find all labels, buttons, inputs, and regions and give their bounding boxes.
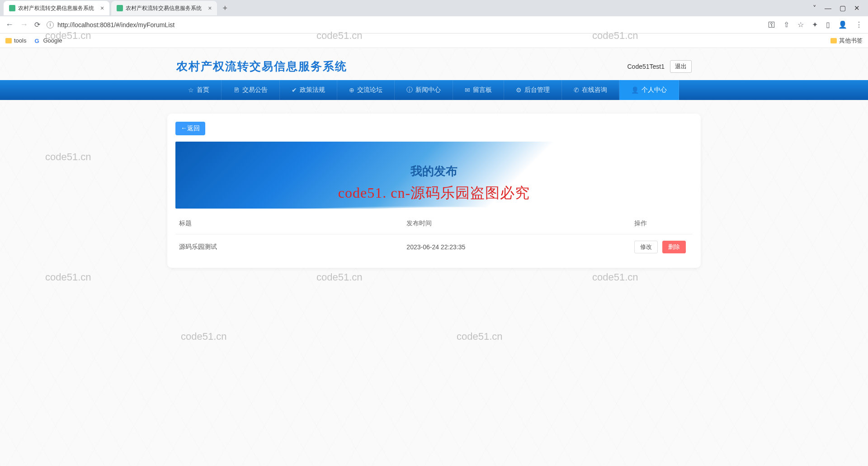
col-time: 发布时间 <box>403 213 630 234</box>
gear-icon: ⚙ <box>516 86 522 94</box>
edit-button[interactable]: 修改 <box>634 241 658 253</box>
share-icon[interactable]: ⇧ <box>783 20 789 29</box>
tab-title: 农村产权流转交易信息服务系统 <box>18 5 94 12</box>
site-title: 农村产权流转交易信息服务系统 <box>176 59 347 74</box>
url-text: http://localhost:8081/#/index/myForumLis… <box>57 21 175 29</box>
tab-title: 农村产权流转交易信息服务系统 <box>126 5 202 12</box>
minimize-icon[interactable]: — <box>825 4 831 12</box>
table-row: 源码乐园测试 2023-06-24 22:23:35 修改 删除 <box>175 234 693 260</box>
logout-button[interactable]: 退出 <box>670 60 692 73</box>
close-icon[interactable]: × <box>208 5 212 12</box>
browser-tab[interactable]: 农村产权流转交易信息服务系统 × <box>111 1 217 15</box>
nav-consult[interactable]: ✆在线咨询 <box>562 80 619 100</box>
user-icon: 👤 <box>631 86 639 94</box>
folder-icon <box>830 38 837 43</box>
tab-bar: 农村产权流转交易信息服务系统 × 农村产权流转交易信息服务系统 × + ˅ — … <box>0 0 868 16</box>
url-box[interactable]: i http://localhost:8081/#/index/myForumL… <box>47 21 175 29</box>
new-tab-button[interactable]: + <box>219 4 231 13</box>
doc-icon: 🖹 <box>233 86 240 94</box>
chevron-down-icon[interactable]: ˅ <box>813 4 816 12</box>
profile-icon[interactable]: 👤 <box>838 20 847 29</box>
nav-admin[interactable]: ⚙后台管理 <box>504 80 562 100</box>
info-icon: ⓘ <box>406 86 413 94</box>
posts-table: 标题 发布时间 操作 源码乐园测试 2023-06-24 22:23:35 修改… <box>175 213 693 260</box>
main-nav: ☆首页 🖹交易公告 ✔政策法规 ⊕交流论坛 ⓘ新闻中心 ✉留言板 ⚙后台管理 ✆… <box>0 80 868 100</box>
cell-title: 源码乐园测试 <box>175 234 403 260</box>
nav-forum[interactable]: ⊕交流论坛 <box>337 80 395 100</box>
nav-news[interactable]: ⓘ新闻中心 <box>395 80 453 100</box>
cell-actions: 修改 删除 <box>631 234 693 260</box>
page-body: code51.cn code51.cn code51.cn code51.cn … <box>0 48 868 466</box>
plus-icon: ⊕ <box>349 86 354 94</box>
nav-trade-notice[interactable]: 🖹交易公告 <box>222 80 280 100</box>
watermark-overlay-text: code51. cn-源码乐园盗图必究 <box>338 183 530 203</box>
user-area: Code51Test1 退出 <box>627 60 692 73</box>
banner-title: 我的发布 <box>410 163 458 179</box>
maximize-icon[interactable]: ▢ <box>840 4 846 12</box>
back-button[interactable]: ←返回 <box>175 122 205 135</box>
content-card: ←返回 我的发布 code51. cn-源码乐园盗图必究 标题 发布时间 操作 … <box>167 114 701 268</box>
window-controls: ˅ — ▢ ✕ <box>813 4 864 12</box>
banner: 我的发布 code51. cn-源码乐园盗图必究 <box>175 142 693 209</box>
bookmark-google[interactable]: G Google <box>34 37 62 44</box>
bookmark-bar: tools G Google 其他书签 <box>0 33 868 48</box>
col-title: 标题 <box>175 213 403 234</box>
close-window-icon[interactable]: ✕ <box>854 4 860 12</box>
menu-icon[interactable]: ⋮ <box>855 20 863 29</box>
browser-chrome: 农村产权流转交易信息服务系统 × 农村产权流转交易信息服务系统 × + ˅ — … <box>0 0 868 48</box>
panel-icon[interactable]: ▯ <box>826 20 830 29</box>
phone-icon: ✆ <box>574 86 579 94</box>
info-icon[interactable]: i <box>47 21 54 29</box>
check-icon: ✔ <box>292 86 297 94</box>
star-icon[interactable]: ☆ <box>797 20 804 29</box>
nav-policy[interactable]: ✔政策法规 <box>280 80 337 100</box>
browser-tab[interactable]: 农村产权流转交易信息服务系统 × <box>4 1 109 15</box>
star-icon: ☆ <box>188 86 194 94</box>
nav-user-center[interactable]: 👤个人中心 <box>619 80 679 100</box>
nav-message[interactable]: ✉留言板 <box>453 80 504 100</box>
col-action: 操作 <box>631 213 693 234</box>
back-icon[interactable]: ← <box>5 20 14 29</box>
google-icon: G <box>34 38 41 44</box>
bookmark-tools[interactable]: tools <box>5 37 26 44</box>
vue-favicon-icon <box>117 5 123 11</box>
bookmark-other[interactable]: 其他书签 <box>830 37 863 45</box>
forward-icon[interactable]: → <box>20 20 28 29</box>
cell-time: 2023-06-24 22:23:35 <box>403 234 630 260</box>
key-icon[interactable]: ⚿ <box>768 21 775 29</box>
reload-icon[interactable]: ⟳ <box>34 20 40 29</box>
page-header: 农村产权流转交易信息服务系统 Code51Test1 退出 <box>0 48 868 80</box>
folder-icon <box>5 38 12 43</box>
username: Code51Test1 <box>627 63 665 70</box>
address-bar-actions: ⚿ ⇧ ☆ ✦ ▯ 👤 ⋮ <box>768 20 863 29</box>
nav-home[interactable]: ☆首页 <box>176 80 222 100</box>
address-bar: ← → ⟳ i http://localhost:8081/#/index/my… <box>0 16 868 33</box>
vue-favicon-icon <box>9 5 15 11</box>
close-icon[interactable]: × <box>100 5 104 12</box>
extension-icon[interactable]: ✦ <box>812 20 818 29</box>
mail-icon: ✉ <box>465 86 470 94</box>
delete-button[interactable]: 删除 <box>662 241 686 253</box>
